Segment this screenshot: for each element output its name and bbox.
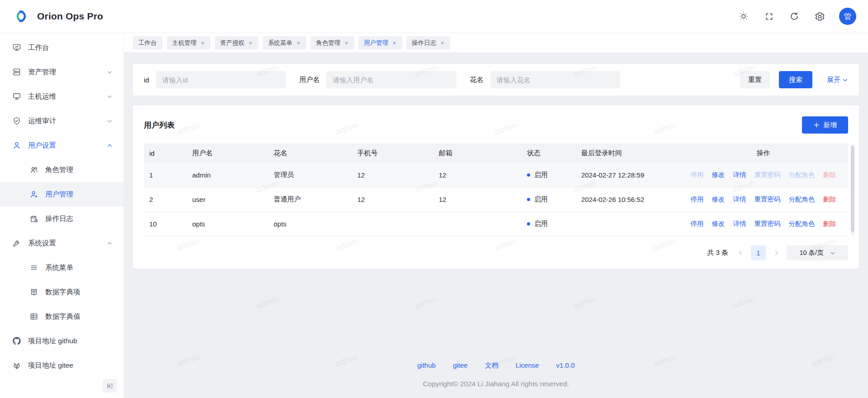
theme-icon[interactable]: [738, 10, 749, 22]
sidebar-item-13[interactable]: 项目地址 github: [0, 329, 123, 353]
table-title: 用户列表: [144, 120, 175, 130]
page-size-value: 10 条/页: [799, 249, 823, 257]
column-header-4: 手机号: [352, 149, 433, 158]
action-link-4[interactable]: 重置密码: [754, 195, 781, 204]
audit-icon: [12, 116, 21, 125]
tab-6[interactable]: 用户管理: [359, 36, 402, 49]
sidebar-item-14[interactable]: 项目地址 gitee: [0, 353, 123, 378]
tab-1[interactable]: 工作台: [133, 36, 162, 49]
host-ops-icon: [12, 92, 21, 101]
tab-5[interactable]: 角色管理: [311, 36, 354, 49]
action-link-3[interactable]: 详情: [733, 195, 746, 204]
action-link-3[interactable]: 详情: [733, 220, 746, 228]
tab-label: 用户管理: [364, 39, 389, 47]
cell-status: 启用: [522, 220, 576, 228]
page-size-select[interactable]: 10 条/页: [787, 245, 848, 260]
fullscreen-icon[interactable]: [763, 10, 775, 22]
sidebar-item-6[interactable]: 角色管理: [0, 158, 123, 182]
tab-label: 工作台: [138, 39, 157, 47]
cell-status: 启用: [522, 195, 576, 204]
close-icon[interactable]: [392, 41, 397, 45]
next-page-icon[interactable]: [771, 248, 781, 258]
sidebar-collapse-icon[interactable]: [103, 379, 117, 393]
sidebar-item-label: 用户管理: [45, 190, 73, 199]
refresh-icon[interactable]: [788, 10, 800, 22]
workbench-icon: [12, 43, 21, 52]
tab-2[interactable]: 主机管理: [167, 36, 210, 49]
sidebar-item-1[interactable]: 工作台: [0, 35, 123, 60]
sidebar-item-11[interactable]: 数据字典项: [0, 280, 123, 304]
add-user-button[interactable]: 新增: [802, 116, 848, 134]
footer-link-v1.0.0[interactable]: v1.0.0: [556, 361, 575, 370]
action-link-3[interactable]: 详情: [733, 171, 746, 179]
user-add-icon: [29, 190, 38, 199]
expand-toggle[interactable]: 展开: [827, 76, 848, 84]
sidebar-item-9[interactable]: 系统设置: [0, 231, 123, 255]
sidebar-item-8[interactable]: 操作日志: [0, 206, 123, 231]
search-input-id[interactable]: [156, 71, 286, 88]
cell-last-login: 2024-02-26 10:56:52: [576, 196, 673, 203]
tab-label: 系统菜单: [268, 39, 293, 47]
tab-label: 角色管理: [316, 39, 341, 47]
column-header-7: 最后登录时间: [576, 149, 673, 158]
tab-3[interactable]: 资产授权: [215, 36, 258, 49]
sidebar-item-12[interactable]: 数据字典值: [0, 304, 123, 329]
search-button[interactable]: 搜索: [779, 71, 812, 88]
status-badge: 启用: [534, 195, 548, 204]
action-link-6[interactable]: 删除: [823, 195, 836, 204]
footer-link-文档[interactable]: 文档: [485, 361, 498, 370]
sidebar-item-label: 主机运维: [28, 92, 56, 101]
close-icon[interactable]: [200, 41, 205, 45]
sidebar-item-label: 用户设置: [28, 141, 56, 150]
sidebar-menu: 工作台资产管理主机运维运维审计用户设置角色管理用户管理操作日志系统设置系统菜单数…: [0, 35, 123, 378]
action-link-2[interactable]: 修改: [712, 171, 725, 179]
prev-page-icon[interactable]: [735, 248, 745, 258]
settings-gear-icon[interactable]: [814, 10, 825, 22]
status-dot: [527, 198, 530, 201]
table-row-3: 10optsopts启用停用修改详情重置密码分配角色删除: [144, 212, 848, 236]
chevron-down-icon: [830, 250, 835, 256]
table-scrollbar: [851, 144, 854, 235]
action-link-1[interactable]: 停用: [691, 195, 704, 204]
action-link-1: 停用: [691, 171, 704, 179]
row-actions: 停用修改详情重置密码分配角色删除: [678, 220, 848, 228]
close-icon[interactable]: [344, 41, 349, 45]
action-link-1[interactable]: 停用: [691, 220, 704, 228]
user-list-card: 用户列表 新增 id用户名花名手机号邮箱状态最后登录时间操作 1admin管理员…: [133, 105, 859, 269]
action-link-4[interactable]: 重置密码: [754, 220, 781, 228]
page-footer: githubgitee文档Licensev1.0.0 Copyright© 20…: [133, 361, 859, 393]
close-icon[interactable]: [248, 41, 253, 45]
expand-label: 展开: [827, 76, 840, 84]
reset-button[interactable]: 重置: [740, 71, 770, 88]
sidebar-item-10[interactable]: 系统菜单: [0, 255, 123, 280]
action-link-2[interactable]: 修改: [712, 220, 725, 228]
sidebar-item-2[interactable]: 资产管理: [0, 60, 123, 84]
sidebar-item-4[interactable]: 运维审计: [0, 109, 123, 133]
scrollbar-thumb[interactable]: [851, 146, 854, 232]
page-number[interactable]: 1: [751, 245, 766, 260]
search-input-花名[interactable]: [490, 71, 620, 88]
tab-7[interactable]: 操作日志: [407, 36, 450, 49]
tab-4[interactable]: 系统菜单: [263, 36, 306, 49]
footer-link-github[interactable]: github: [417, 361, 436, 370]
action-link-6[interactable]: 删除: [823, 220, 836, 228]
action-link-2[interactable]: 修改: [712, 195, 725, 204]
close-icon[interactable]: [296, 41, 301, 45]
sidebar-item-5[interactable]: 用户设置: [0, 133, 123, 158]
cell-nickname: 管理员: [268, 171, 352, 179]
sidebar-item-3[interactable]: 主机运维: [0, 84, 123, 109]
sidebar-item-label: 角色管理: [45, 165, 73, 175]
footer-link-gitee[interactable]: gitee: [453, 361, 468, 370]
sidebar-item-label: 运维审计: [28, 116, 56, 126]
table-row-2: 2user普通用户1212启用2024-02-26 10:56:52停用修改详情…: [144, 187, 848, 212]
action-link-5[interactable]: 分配角色: [789, 195, 815, 204]
chevron-down-icon: [842, 77, 848, 83]
user-table: id用户名花名手机号邮箱状态最后登录时间操作 1admin管理员1212启用20…: [144, 144, 848, 236]
action-link-5[interactable]: 分配角色: [789, 220, 815, 228]
close-icon[interactable]: [440, 41, 445, 45]
action-link-4: 重置密码: [754, 171, 781, 179]
footer-link-License[interactable]: License: [516, 361, 539, 370]
user-avatar[interactable]: 管: [839, 8, 856, 25]
sidebar-item-7[interactable]: 用户管理: [0, 182, 123, 206]
search-input-用户名[interactable]: [327, 71, 456, 88]
